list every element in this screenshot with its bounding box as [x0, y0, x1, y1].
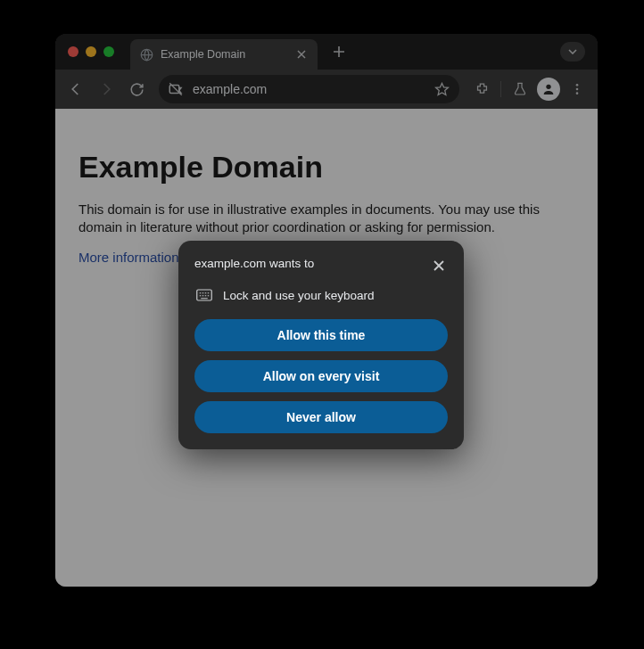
window-minimize-button[interactable] — [86, 46, 96, 57]
globe-icon — [139, 47, 153, 62]
permission-item-text: Lock and use your keyboard — [223, 289, 375, 302]
tab-title: Example Domain — [161, 48, 287, 61]
permission-dialog-title: example.com wants to — [194, 257, 314, 270]
address-bar[interactable]: example.com — [159, 75, 459, 103]
new-tab-button[interactable] — [326, 39, 351, 64]
svg-point-2 — [546, 85, 550, 89]
tab-strip: Example Domain — [55, 34, 598, 70]
menu-button[interactable] — [564, 76, 590, 103]
browser-tab[interactable]: Example Domain — [130, 39, 318, 70]
reload-button[interactable] — [123, 76, 150, 103]
allow-every-visit-button[interactable]: Allow on every visit — [194, 360, 448, 392]
permission-item: Lock and use your keyboard — [194, 287, 448, 303]
permission-dialog-close-button[interactable] — [430, 257, 448, 275]
allow-this-time-button[interactable]: Allow this time — [194, 319, 448, 351]
back-button[interactable] — [62, 76, 89, 103]
bookmark-button[interactable] — [433, 80, 450, 98]
toolbar-separator — [500, 81, 501, 97]
tabs-dropdown-button[interactable] — [560, 42, 585, 62]
svg-point-3 — [576, 84, 579, 86]
svg-point-5 — [576, 92, 579, 94]
url-text: example.com — [193, 82, 424, 96]
never-allow-button[interactable]: Never allow — [194, 401, 448, 433]
labs-button[interactable] — [507, 76, 533, 103]
forward-button[interactable] — [93, 76, 120, 103]
window-maximize-button[interactable] — [103, 46, 114, 57]
profile-button[interactable] — [537, 78, 560, 101]
window-controls — [68, 46, 114, 57]
keyboard-icon — [196, 287, 212, 303]
browser-window: Example Domain — [55, 34, 598, 587]
svg-rect-1 — [169, 86, 179, 94]
extensions-button[interactable] — [468, 76, 495, 103]
site-info-icon[interactable] — [168, 81, 184, 97]
svg-point-4 — [576, 88, 579, 91]
tab-close-button[interactable] — [294, 47, 309, 62]
permission-dialog: example.com wants to Lock and use your k… — [178, 241, 464, 449]
browser-toolbar: example.com — [55, 70, 598, 109]
window-close-button[interactable] — [68, 46, 78, 57]
